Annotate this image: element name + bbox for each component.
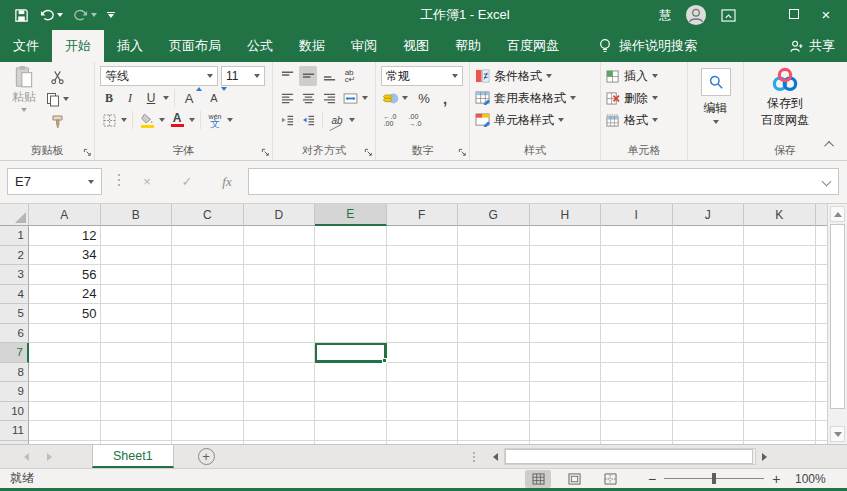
font-dialog-launcher[interactable]: [261, 148, 270, 157]
accounting-format-button[interactable]: [381, 88, 399, 108]
number-dialog-launcher[interactable]: [458, 148, 467, 157]
cut-button[interactable]: [46, 67, 69, 87]
tab-splitter[interactable]: [473, 452, 475, 462]
tab-review[interactable]: 审阅: [338, 30, 390, 62]
cell-D1[interactable]: [244, 226, 316, 246]
cell-I5[interactable]: [601, 304, 673, 324]
cell-B10[interactable]: [101, 402, 173, 422]
increase-font-size-button[interactable]: A: [180, 88, 198, 108]
decrease-decimal-button[interactable]: .00 →.0: [406, 110, 424, 130]
cell-D2[interactable]: [244, 246, 316, 266]
row-header-5[interactable]: 5: [0, 304, 29, 324]
share-button[interactable]: 共享: [789, 30, 835, 62]
tab-insert[interactable]: 插入: [104, 30, 156, 62]
cell-K11[interactable]: [744, 421, 816, 441]
cell-K5[interactable]: [744, 304, 816, 324]
cell-I10[interactable]: [601, 402, 673, 422]
row-header-10[interactable]: 10: [0, 402, 29, 422]
cell-B8[interactable]: [101, 363, 173, 383]
column-header-F[interactable]: F: [387, 204, 459, 226]
cell-J10[interactable]: [673, 402, 745, 422]
cell-B6[interactable]: [101, 324, 173, 344]
horizontal-scrollbar-thumb[interactable]: [505, 449, 753, 464]
orientation-dropdown-icon[interactable]: [349, 118, 355, 122]
merge-dropdown-icon[interactable]: [362, 96, 368, 100]
decrease-font-size-button[interactable]: A: [205, 88, 223, 108]
cell-K4[interactable]: [744, 285, 816, 305]
paste-dropdown-icon[interactable]: [21, 108, 27, 112]
cell-G2[interactable]: [458, 246, 530, 266]
cell-E1[interactable]: [315, 226, 387, 246]
fill-color-dropdown-icon[interactable]: [159, 118, 165, 122]
cell-E2[interactable]: [315, 246, 387, 266]
cell-I6[interactable]: [601, 324, 673, 344]
scroll-down-button[interactable]: [830, 426, 845, 442]
cell-D10[interactable]: [244, 402, 316, 422]
cell-J2[interactable]: [673, 246, 745, 266]
cell-A7[interactable]: [29, 343, 101, 363]
bottom-align-button[interactable]: [320, 66, 338, 86]
font-size-combobox[interactable]: 11: [221, 66, 265, 86]
cell-E7[interactable]: [315, 343, 387, 363]
formula-bar-expand-icon[interactable]: [822, 177, 832, 187]
zoom-slider[interactable]: [664, 478, 764, 479]
cancel-button[interactable]: ×: [132, 168, 162, 195]
cell-J5[interactable]: [673, 304, 745, 324]
name-box[interactable]: E7: [7, 168, 102, 195]
column-header-J[interactable]: J: [673, 204, 745, 226]
cell-J6[interactable]: [673, 324, 745, 344]
underline-button[interactable]: U: [142, 88, 160, 108]
format-as-table-button[interactable]: 套用表格格式: [475, 88, 576, 109]
wrap-text-button[interactable]: abc↵: [341, 66, 359, 86]
cell-J1[interactable]: [673, 226, 745, 246]
cell-G4[interactable]: [458, 285, 530, 305]
cell-E5[interactable]: [315, 304, 387, 324]
undo-dropdown-icon[interactable]: [57, 13, 63, 17]
cell-G6[interactable]: [458, 324, 530, 344]
column-header-K[interactable]: K: [744, 204, 816, 226]
tab-home[interactable]: 开始: [52, 30, 104, 62]
alignment-dialog-launcher[interactable]: [364, 148, 373, 157]
conditional-formatting-button[interactable]: 条件格式: [475, 66, 552, 87]
borders-dropdown-icon[interactable]: [121, 118, 127, 122]
close-button[interactable]: ×: [817, 0, 835, 30]
previous-sheet-button[interactable]: [24, 453, 29, 461]
insert-cells-button[interactable]: 插入: [606, 66, 658, 87]
cell-F11[interactable]: [387, 421, 459, 441]
cell-A10[interactable]: [29, 402, 101, 422]
format-painter-button[interactable]: [46, 111, 69, 131]
cell-K10[interactable]: [744, 402, 816, 422]
comma-style-button[interactable]: ,: [436, 88, 454, 108]
cell-B2[interactable]: [101, 246, 173, 266]
copy-button[interactable]: [46, 89, 69, 109]
align-right-button[interactable]: [320, 88, 338, 108]
cell-I7[interactable]: [601, 343, 673, 363]
increase-decimal-button[interactable]: ←.0 .00: [381, 110, 399, 130]
hscroll-left-button[interactable]: [487, 448, 504, 465]
cell-I3[interactable]: [601, 265, 673, 285]
delete-cells-button[interactable]: 删除: [606, 88, 658, 109]
select-all-button[interactable]: [0, 204, 29, 226]
cell-A3[interactable]: 56: [29, 265, 101, 285]
sheet-tab-Sheet1[interactable]: Sheet1: [92, 445, 174, 468]
save-button[interactable]: [14, 8, 29, 23]
cell-H4[interactable]: [530, 285, 602, 305]
cell-D9[interactable]: [244, 382, 316, 402]
zoom-out-button[interactable]: −: [648, 471, 656, 487]
ribbon-display-options-button[interactable]: [721, 9, 739, 22]
cell-C3[interactable]: [172, 265, 244, 285]
cell-D7[interactable]: [244, 343, 316, 363]
tab-file[interactable]: 文件: [0, 30, 52, 62]
column-header-E[interactable]: E: [315, 204, 387, 226]
scroll-up-button[interactable]: [830, 206, 845, 222]
next-sheet-button[interactable]: [47, 453, 52, 461]
column-header-B[interactable]: B: [101, 204, 173, 226]
cell-F9[interactable]: [387, 382, 459, 402]
cell-E9[interactable]: [315, 382, 387, 402]
insert-function-button[interactable]: fx: [212, 168, 242, 195]
font-color-button[interactable]: A: [168, 110, 186, 130]
cell-B4[interactable]: [101, 285, 173, 305]
cell-H5[interactable]: [530, 304, 602, 324]
cell-H9[interactable]: [530, 382, 602, 402]
avatar[interactable]: [685, 4, 707, 26]
